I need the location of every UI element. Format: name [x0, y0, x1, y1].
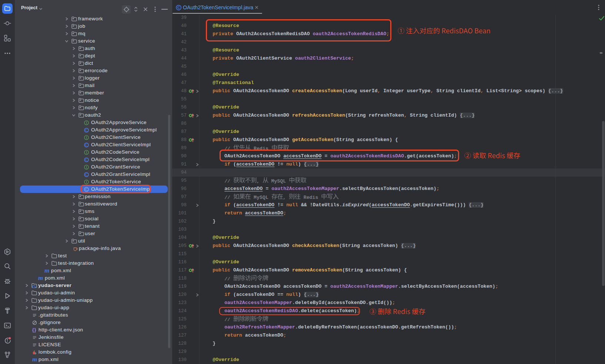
- svg-text:C: C: [85, 128, 87, 132]
- svg-text:C: C: [85, 143, 87, 147]
- svg-text:C: C: [85, 173, 87, 176]
- svg-text:C: C: [85, 158, 87, 161]
- svg-text:I: I: [86, 136, 87, 139]
- svg-text:I: I: [86, 121, 87, 124]
- svg-text:I: I: [86, 165, 87, 169]
- svg-text:C: C: [177, 6, 180, 10]
- svg-text:I: I: [86, 180, 87, 184]
- svg-text:I: I: [86, 150, 87, 154]
